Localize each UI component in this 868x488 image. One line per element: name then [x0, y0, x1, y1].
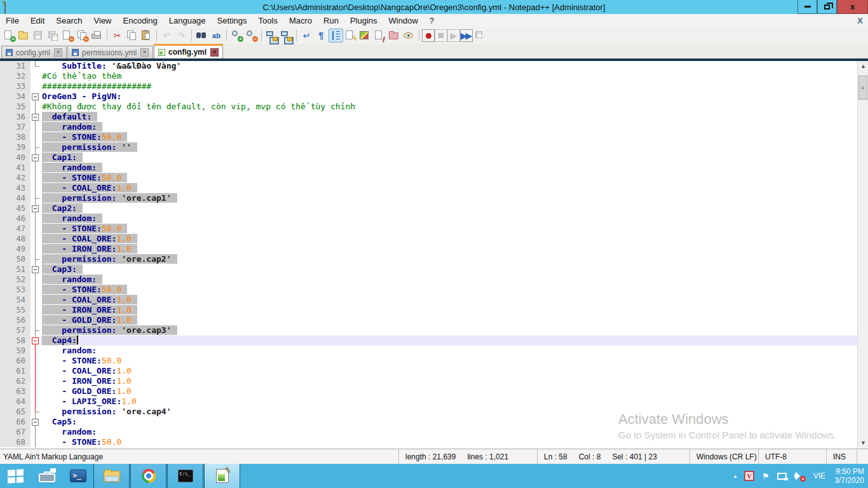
zoom-out-icon[interactable]: −	[244, 29, 259, 43]
menu-item-macro[interactable]: Macro	[283, 15, 318, 27]
close-file-icon[interactable]: −	[60, 29, 75, 43]
code-text[interactable]: - IRON_ORE:1.0	[41, 305, 857, 315]
menu-item-file[interactable]: File	[0, 15, 25, 27]
code-text[interactable]: - STONE:50.0	[41, 173, 857, 183]
menu-item-edit[interactable]: Edit	[25, 15, 50, 27]
show-all-characters-icon[interactable]: ¶	[314, 29, 329, 43]
code-text[interactable]: - STONE:50.0	[41, 132, 857, 142]
code-text[interactable]: - COAL_ORE:1.0	[41, 234, 857, 244]
file-explorer[interactable]	[93, 464, 130, 488]
code-text[interactable]: - IRON_ORE:1.0	[41, 376, 857, 386]
code-line[interactable]: 57 permission: 'ore.cap3'	[0, 325, 857, 336]
sync-horizontal-icon[interactable]	[279, 29, 294, 43]
code-text[interactable]: permission: 'ore.cap3'	[41, 325, 857, 336]
code-line[interactable]: 49 - IRON_ORE:1.0	[0, 244, 857, 254]
function-list-icon[interactable]: ƒ	[372, 29, 387, 43]
tab-close-icon[interactable]: ×	[210, 48, 219, 57]
powershell[interactable]: >_	[62, 464, 93, 488]
action-center-flag-icon[interactable]: ⚑	[762, 471, 770, 481]
code-text[interactable]: - GOLD_ORE:1.0	[41, 315, 857, 325]
code-line[interactable]: 40 Cap1:	[0, 152, 857, 163]
code-line[interactable]: 59 random:	[0, 346, 857, 356]
code-text[interactable]: random:	[41, 163, 857, 173]
menu-item-encoding[interactable]: Encoding	[118, 15, 163, 27]
menu-item-run[interactable]: Run	[318, 15, 344, 27]
code-text[interactable]: random:	[41, 274, 857, 285]
sync-vertical-icon[interactable]	[264, 29, 279, 43]
code-line[interactable]: 44 permission: 'ore.cap1'	[0, 193, 857, 203]
editor[interactable]: 31 SubTitle: '&a&lĐào Vàng'32#Có thể tạo…	[0, 61, 868, 449]
fold-margin[interactable]	[31, 264, 41, 274]
code-line[interactable]: 68 - STONE:50.0	[0, 437, 857, 447]
macro-record-icon[interactable]	[422, 29, 435, 42]
status-ins[interactable]: INS	[826, 449, 857, 464]
code-text[interactable]: ######################	[41, 81, 857, 92]
command-prompt[interactable]: C:\_	[167, 464, 203, 488]
code-line[interactable]: 36 default:	[0, 112, 857, 122]
clock[interactable]: 9:50 PM 3/7/2020	[834, 467, 864, 485]
code-line[interactable]: 63 - GOLD_ORE:1.0	[0, 386, 857, 396]
unikey-icon[interactable]: V	[744, 471, 754, 481]
code-text[interactable]: permission: 'ore.cap4'	[41, 407, 857, 417]
new-file-icon[interactable]: +	[2, 29, 17, 43]
menu-item-view[interactable]: View	[88, 15, 118, 27]
code-line[interactable]: 62 - IRON_ORE:1.0	[0, 376, 857, 386]
code-line[interactable]: 58 Cap4:	[0, 336, 857, 346]
code-text[interactable]: random:	[41, 214, 857, 224]
close-all-icon[interactable]: −	[75, 29, 90, 43]
word-wrap-icon[interactable]: ↵	[299, 29, 314, 43]
code-line[interactable]: 46 random:	[0, 214, 857, 224]
menu-item-plugins[interactable]: Plugins	[344, 15, 383, 27]
tab-close-icon[interactable]: ×	[54, 48, 62, 57]
vertical-scrollbar[interactable]: ▲ ≡ ▼	[857, 61, 868, 449]
menu-item-tools[interactable]: Tools	[253, 15, 283, 27]
fold-margin[interactable]	[31, 112, 41, 122]
code-line[interactable]: 31 SubTitle: '&a&lĐào Vàng'	[0, 61, 857, 71]
code-line[interactable]: 60 - STONE:50.0	[0, 356, 857, 366]
code-area[interactable]: 31 SubTitle: '&a&lĐào Vàng'32#Có thể tạo…	[0, 61, 857, 449]
copy-icon[interactable]	[125, 29, 139, 43]
tab-config.yml[interactable]: config.yml×	[1, 46, 67, 58]
code-text[interactable]: default:	[41, 112, 857, 122]
paste-icon[interactable]	[139, 29, 154, 43]
indent-guide-icon[interactable]	[329, 29, 343, 43]
code-text[interactable]: random:	[41, 427, 857, 437]
menu-item-search[interactable]: Search	[50, 15, 88, 27]
code-text[interactable]: #Có thể tạo thêm	[41, 71, 857, 81]
code-line[interactable]: 65 permission: 'ore.cap4'	[0, 407, 857, 417]
menu-item-[interactable]: ?	[424, 15, 440, 27]
fold-margin[interactable]	[31, 152, 41, 163]
define-language-icon[interactable]: ϟ	[343, 29, 358, 43]
code-line[interactable]: 43 - COAL_ORE:1.0	[0, 183, 857, 193]
network-icon[interactable]	[777, 473, 787, 480]
code-line[interactable]: 54 - COAL_ORE:1.0	[0, 295, 857, 305]
code-line[interactable]: 39 permission: ''	[0, 142, 857, 152]
code-text[interactable]: - COAL_ORE:1.0	[41, 295, 857, 305]
code-line[interactable]: 33######################	[0, 81, 857, 92]
status-eol[interactable]: Windows (CR LF)	[689, 449, 758, 464]
menu-item-settings[interactable]: Settings	[212, 15, 253, 27]
code-text[interactable]: - LAPIS_ORE:1.0	[41, 396, 857, 407]
code-line[interactable]: 34OreGen3 - PigVN:	[0, 92, 857, 102]
code-text[interactable]: #Không được thay đổi tên default, còn vi…	[41, 102, 857, 112]
code-text[interactable]: random:	[41, 122, 857, 132]
find-icon[interactable]	[194, 29, 209, 43]
fold-margin[interactable]	[31, 336, 41, 346]
start-button[interactable]	[0, 464, 31, 488]
cut-icon[interactable]: ✂	[110, 29, 125, 43]
document-map-icon[interactable]	[358, 29, 372, 43]
code-text[interactable]: random:	[41, 346, 857, 356]
notepad-plus-plus[interactable]	[204, 464, 240, 488]
code-line[interactable]: 42 - STONE:50.0	[0, 173, 857, 183]
code-text[interactable]: OreGen3 - PigVN:	[41, 92, 857, 102]
code-line[interactable]: 41 random:	[0, 163, 857, 173]
code-text[interactable]: permission: ''	[41, 142, 857, 152]
hidden-icons-button[interactable]: ▴	[734, 473, 737, 479]
code-text[interactable]: SubTitle: '&a&lĐào Vàng'	[41, 61, 857, 71]
code-text[interactable]: - IRON_ORE:1.0	[41, 244, 857, 254]
code-line[interactable]: 45 Cap2:	[0, 203, 857, 214]
code-line[interactable]: 56 - GOLD_ORE:1.0	[0, 315, 857, 325]
code-text[interactable]: - STONE:50.0	[41, 437, 857, 447]
code-line[interactable]: 32#Có thể tạo thêm	[0, 71, 857, 81]
code-text[interactable]: - GOLD_ORE:1.0	[41, 386, 857, 396]
